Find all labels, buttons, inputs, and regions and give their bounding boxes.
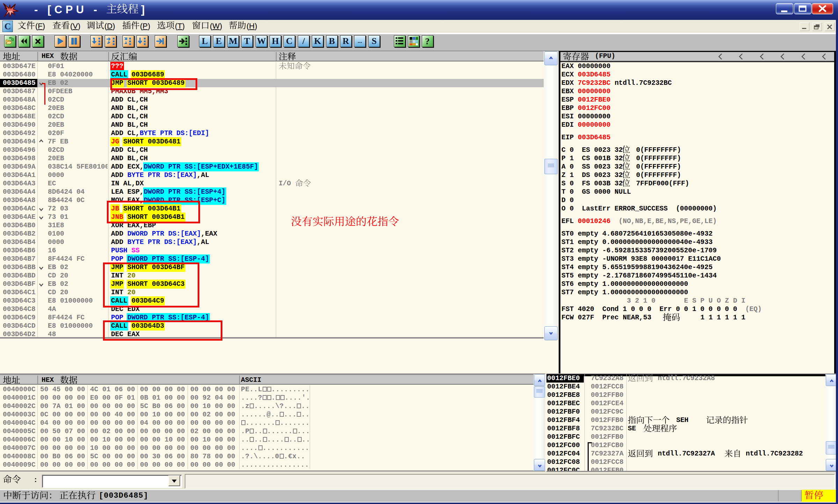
svg-text:?: ? <box>425 36 430 46</box>
